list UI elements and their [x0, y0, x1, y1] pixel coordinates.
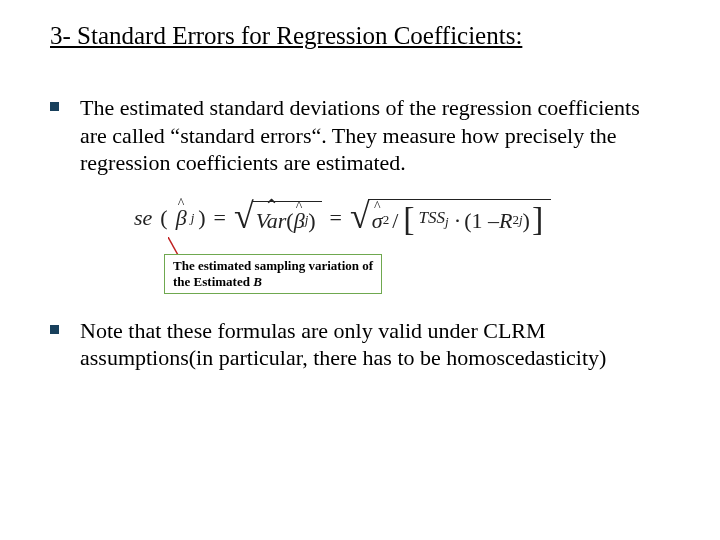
- formula-block: se ( ^ β j ) = √ ⌃ Var: [130, 199, 670, 289]
- slide: 3- Standard Errors for Regression Coeffi…: [0, 0, 720, 430]
- sigma-hat: ^ σ: [372, 207, 383, 235]
- sqrt-main: √ ^ σ 2 / [ TSSj · (1 – R2j: [350, 199, 551, 238]
- hat-icon: ^: [296, 200, 303, 214]
- bullet-text: Note that these formulas are only valid …: [80, 318, 606, 371]
- bullet-text: The estimated standard deviations of the…: [80, 95, 640, 175]
- hat-icon: ^: [374, 200, 381, 214]
- se-symbol: se: [134, 204, 152, 232]
- bullet-item: The estimated standard deviations of the…: [50, 94, 670, 289]
- formula: se ( ^ β j ) = √ ⌃ Var: [130, 199, 670, 238]
- caption-line: the Estimated B: [173, 274, 373, 290]
- hat-icon: ^: [178, 197, 185, 211]
- rbracket: ]: [532, 202, 543, 236]
- tss-symbol: TSSj: [417, 207, 451, 230]
- one-minus: (1 –: [464, 207, 499, 235]
- var-hat: ⌃ Var: [256, 207, 287, 235]
- equals: =: [214, 204, 226, 232]
- rparen: ): [198, 204, 205, 232]
- svg-line-0: [168, 237, 178, 255]
- equals: =: [330, 204, 342, 232]
- bullet-item: Note that these formulas are only valid …: [50, 317, 670, 372]
- superscript-2: 2: [383, 212, 390, 228]
- beta-hat: ^ β: [176, 204, 187, 232]
- slide-title: 3- Standard Errors for Regression Coeffi…: [50, 22, 670, 50]
- sqrt-body: ^ σ 2 / [ TSSj · (1 – R2j ) ]: [368, 199, 551, 238]
- sqrt-var: √ ⌃ Var ( ^ β j ): [234, 200, 322, 236]
- sqrt-body: ⌃ Var ( ^ β j ): [252, 201, 322, 236]
- lparen: (: [160, 204, 167, 232]
- sqrt-icon: √: [350, 198, 370, 234]
- lbracket: [: [403, 202, 414, 236]
- rparen: ): [308, 207, 315, 235]
- dot: ·: [455, 207, 461, 235]
- beta-hat: ^ β: [294, 207, 305, 235]
- lparen: (: [286, 207, 293, 235]
- subscript-j: j: [191, 210, 195, 226]
- slash: /: [392, 207, 398, 235]
- hat-icon: ⌃: [264, 197, 279, 215]
- r-symbol: R: [499, 207, 512, 235]
- bullet-list: The estimated standard deviations of the…: [50, 94, 670, 372]
- pointer-line-icon: [168, 237, 182, 255]
- caption-line: The estimated sampling variation of: [173, 258, 373, 274]
- sqrt-icon: √: [234, 198, 254, 234]
- rparen: ): [523, 207, 530, 235]
- caption-box: The estimated sampling variation of the …: [164, 254, 382, 295]
